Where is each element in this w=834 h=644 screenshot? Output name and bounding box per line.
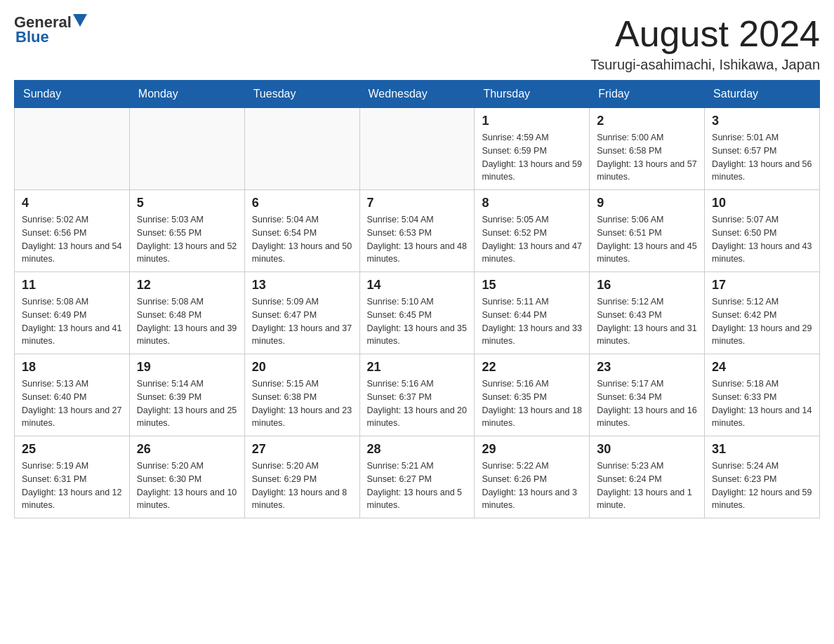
day-number: 28 [367, 442, 468, 457]
day-info: Sunrise: 5:12 AMSunset: 6:42 PMDaylight:… [712, 295, 812, 348]
calendar-cell: 13Sunrise: 5:09 AMSunset: 6:47 PMDayligh… [244, 272, 359, 354]
day-number: 6 [252, 196, 352, 210]
calendar-cell: 8Sunrise: 5:05 AMSunset: 6:52 PMDaylight… [475, 190, 590, 272]
calendar-cell [15, 108, 130, 190]
day-info: Sunrise: 5:10 AMSunset: 6:45 PMDaylight:… [367, 295, 468, 348]
day-number: 3 [712, 114, 812, 128]
day-info: Sunrise: 5:05 AMSunset: 6:52 PMDaylight:… [482, 213, 582, 266]
calendar-cell [244, 108, 359, 190]
day-info: Sunrise: 5:13 AMSunset: 6:40 PMDaylight:… [22, 377, 122, 430]
day-number: 27 [252, 442, 352, 457]
day-info: Sunrise: 5:22 AMSunset: 6:26 PMDaylight:… [482, 459, 582, 512]
calendar-cell: 31Sunrise: 5:24 AMSunset: 6:23 PMDayligh… [705, 436, 820, 518]
calendar-header-saturday: Saturday [705, 81, 820, 108]
day-info: Sunrise: 5:09 AMSunset: 6:47 PMDaylight:… [252, 295, 352, 348]
day-info: Sunrise: 5:08 AMSunset: 6:48 PMDaylight:… [137, 295, 237, 348]
calendar-cell: 30Sunrise: 5:23 AMSunset: 6:24 PMDayligh… [590, 436, 705, 518]
day-number: 5 [137, 196, 237, 210]
calendar-cell: 23Sunrise: 5:17 AMSunset: 6:34 PMDayligh… [590, 354, 705, 436]
day-number: 24 [712, 360, 812, 375]
day-number: 7 [367, 196, 468, 210]
calendar-cell: 28Sunrise: 5:21 AMSunset: 6:27 PMDayligh… [359, 436, 475, 518]
calendar-header-thursday: Thursday [475, 81, 590, 108]
day-number: 29 [482, 442, 582, 457]
day-info: Sunrise: 5:15 AMSunset: 6:38 PMDaylight:… [252, 377, 352, 430]
day-number: 13 [252, 278, 352, 293]
calendar-cell: 18Sunrise: 5:13 AMSunset: 6:40 PMDayligh… [15, 354, 130, 436]
day-info: Sunrise: 5:04 AMSunset: 6:54 PMDaylight:… [252, 213, 352, 266]
week-row-2: 4Sunrise: 5:02 AMSunset: 6:56 PMDaylight… [15, 190, 820, 272]
logo: General Blue [14, 14, 87, 45]
day-info: Sunrise: 5:04 AMSunset: 6:53 PMDaylight:… [367, 213, 468, 266]
calendar-cell: 29Sunrise: 5:22 AMSunset: 6:26 PMDayligh… [475, 436, 590, 518]
day-info: Sunrise: 5:20 AMSunset: 6:29 PMDaylight:… [252, 459, 352, 512]
calendar-cell: 11Sunrise: 5:08 AMSunset: 6:49 PMDayligh… [15, 272, 130, 354]
calendar-cell: 17Sunrise: 5:12 AMSunset: 6:42 PMDayligh… [705, 272, 820, 354]
day-number: 26 [137, 442, 237, 457]
week-row-3: 11Sunrise: 5:08 AMSunset: 6:49 PMDayligh… [15, 272, 820, 354]
day-info: Sunrise: 5:16 AMSunset: 6:35 PMDaylight:… [482, 377, 582, 430]
week-row-1: 1Sunrise: 4:59 AMSunset: 6:59 PMDaylight… [15, 108, 820, 190]
calendar-cell: 12Sunrise: 5:08 AMSunset: 6:48 PMDayligh… [129, 272, 244, 354]
day-info: Sunrise: 5:14 AMSunset: 6:39 PMDaylight:… [137, 377, 237, 430]
calendar-cell: 26Sunrise: 5:20 AMSunset: 6:30 PMDayligh… [129, 436, 244, 518]
calendar-cell: 9Sunrise: 5:06 AMSunset: 6:51 PMDaylight… [590, 190, 705, 272]
day-info: Sunrise: 5:12 AMSunset: 6:43 PMDaylight:… [597, 295, 697, 348]
day-info: Sunrise: 5:06 AMSunset: 6:51 PMDaylight:… [597, 213, 697, 266]
week-row-4: 18Sunrise: 5:13 AMSunset: 6:40 PMDayligh… [15, 354, 820, 436]
calendar-table: SundayMondayTuesdayWednesdayThursdayFrid… [14, 80, 820, 518]
calendar-cell: 10Sunrise: 5:07 AMSunset: 6:50 PMDayligh… [705, 190, 820, 272]
day-number: 15 [482, 278, 582, 293]
day-number: 16 [597, 278, 697, 293]
day-info: Sunrise: 5:23 AMSunset: 6:24 PMDaylight:… [597, 459, 697, 512]
day-number: 25 [22, 442, 122, 457]
calendar-header-wednesday: Wednesday [359, 81, 475, 108]
day-number: 8 [482, 196, 582, 210]
day-number: 11 [22, 278, 122, 293]
day-number: 31 [712, 442, 812, 457]
location-title: Tsurugi-asahimachi, Ishikawa, Japan [590, 57, 820, 73]
day-info: Sunrise: 5:08 AMSunset: 6:49 PMDaylight:… [22, 295, 122, 348]
calendar-cell [359, 108, 475, 190]
calendar-cell: 5Sunrise: 5:03 AMSunset: 6:55 PMDaylight… [129, 190, 244, 272]
calendar-header-sunday: Sunday [15, 81, 130, 108]
calendar-cell: 15Sunrise: 5:11 AMSunset: 6:44 PMDayligh… [475, 272, 590, 354]
calendar-cell: 21Sunrise: 5:16 AMSunset: 6:37 PMDayligh… [359, 354, 475, 436]
day-info: Sunrise: 5:21 AMSunset: 6:27 PMDaylight:… [367, 459, 468, 512]
day-info: Sunrise: 5:20 AMSunset: 6:30 PMDaylight:… [137, 459, 237, 512]
day-number: 14 [367, 278, 468, 293]
day-info: Sunrise: 5:11 AMSunset: 6:44 PMDaylight:… [482, 295, 582, 348]
day-number: 4 [22, 196, 122, 210]
day-number: 12 [137, 278, 237, 293]
calendar-cell: 19Sunrise: 5:14 AMSunset: 6:39 PMDayligh… [129, 354, 244, 436]
day-number: 23 [597, 360, 697, 375]
day-info: Sunrise: 5:16 AMSunset: 6:37 PMDaylight:… [367, 377, 468, 430]
day-info: Sunrise: 5:01 AMSunset: 6:57 PMDaylight:… [712, 131, 812, 184]
month-title: August 2024 [590, 14, 820, 54]
day-number: 18 [22, 360, 122, 375]
calendar-header-tuesday: Tuesday [244, 81, 359, 108]
logo-blue-text: Blue [15, 28, 49, 46]
day-number: 2 [597, 114, 697, 128]
day-number: 10 [712, 196, 812, 210]
day-info: Sunrise: 4:59 AMSunset: 6:59 PMDaylight:… [482, 131, 582, 184]
calendar-cell: 24Sunrise: 5:18 AMSunset: 6:33 PMDayligh… [705, 354, 820, 436]
calendar-cell: 4Sunrise: 5:02 AMSunset: 6:56 PMDaylight… [15, 190, 130, 272]
calendar-header-friday: Friday [590, 81, 705, 108]
day-info: Sunrise: 5:03 AMSunset: 6:55 PMDaylight:… [137, 213, 237, 266]
calendar-header-monday: Monday [129, 81, 244, 108]
calendar-cell: 27Sunrise: 5:20 AMSunset: 6:29 PMDayligh… [244, 436, 359, 518]
title-area: August 2024 Tsurugi-asahimachi, Ishikawa… [590, 14, 820, 73]
day-number: 21 [367, 360, 468, 375]
calendar-cell: 2Sunrise: 5:00 AMSunset: 6:58 PMDaylight… [590, 108, 705, 190]
calendar-cell: 3Sunrise: 5:01 AMSunset: 6:57 PMDaylight… [705, 108, 820, 190]
header-area: General Blue August 2024 Tsurugi-asahima… [14, 14, 820, 73]
calendar-cell [129, 108, 244, 190]
logo-triangle-icon [73, 14, 87, 27]
calendar-cell: 1Sunrise: 4:59 AMSunset: 6:59 PMDaylight… [475, 108, 590, 190]
calendar-header-row: SundayMondayTuesdayWednesdayThursdayFrid… [15, 81, 820, 108]
day-info: Sunrise: 5:00 AMSunset: 6:58 PMDaylight:… [597, 131, 697, 184]
calendar-cell: 25Sunrise: 5:19 AMSunset: 6:31 PMDayligh… [15, 436, 130, 518]
calendar-cell: 16Sunrise: 5:12 AMSunset: 6:43 PMDayligh… [590, 272, 705, 354]
day-number: 19 [137, 360, 237, 375]
